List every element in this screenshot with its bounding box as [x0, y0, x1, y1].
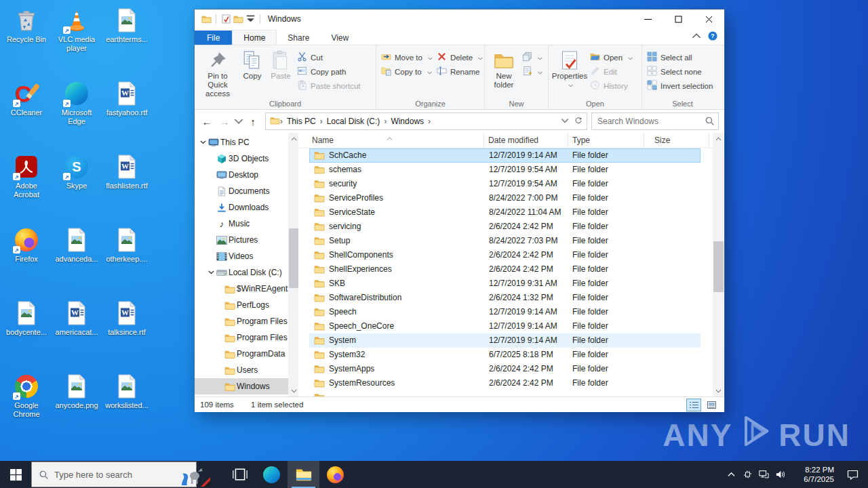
new-item-button[interactable] — [520, 64, 545, 79]
desktop-icon-otherkeep[interactable]: otherkeep.... — [102, 222, 152, 296]
up-button[interactable]: ↑ — [245, 113, 261, 129]
desktop-icon-adobe-acrobat[interactable]: Adobe Acrobat — [1, 149, 52, 222]
column-header-name[interactable]: Name — [298, 133, 484, 148]
rename-button[interactable]: Rename — [435, 64, 485, 79]
history-button[interactable]: History — [588, 79, 635, 93]
tab-home[interactable]: Home — [232, 30, 277, 45]
desktop-icon-bodycente[interactable]: bodycente... — [1, 296, 52, 369]
scroll-up-icon[interactable] — [288, 133, 298, 144]
breadcrumb-item-this-pc[interactable]: This PC — [283, 117, 320, 126]
paste-button[interactable]: Paste — [267, 47, 295, 81]
column-header-type[interactable]: Type — [568, 133, 644, 148]
explorer-search-input[interactable] — [592, 113, 718, 129]
qat-new-folder-button[interactable] — [232, 13, 244, 25]
sidebar-item-videos[interactable]: Videos — [195, 248, 298, 264]
breadcrumb-item-windows[interactable]: Windows — [387, 117, 428, 126]
network-icon[interactable] — [755, 461, 772, 488]
thumbnails-view-button[interactable] — [704, 399, 719, 411]
cut-button[interactable]: Cut — [295, 50, 363, 64]
recent-locations-button[interactable] — [234, 113, 243, 129]
desktop-icon-firefox[interactable]: Firefox — [1, 222, 52, 296]
table-row-schcache[interactable]: SchCache12/7/2019 9:14 AMFile folder — [298, 148, 713, 163]
refresh-icon[interactable] — [574, 117, 583, 127]
sidebar-item-3d-objects[interactable]: 3D Objects — [195, 150, 298, 167]
desktop-icon-vlc-media-player[interactable]: VLC media player — [52, 3, 102, 76]
close-button[interactable] — [694, 9, 724, 28]
expander-open-icon[interactable] — [207, 270, 215, 274]
list-scroll-thumb[interactable] — [713, 241, 724, 292]
details-view-button[interactable] — [686, 399, 701, 411]
desktop-icon-google-chrome[interactable]: Google Chrome — [1, 369, 52, 442]
taskbar-clock[interactable]: 8:22 PM 6/7/2025 — [792, 465, 834, 484]
list-scrollbar[interactable] — [713, 133, 724, 396]
taskbar-search-input[interactable] — [50, 469, 175, 481]
column-header-date-modified[interactable]: Date modified — [484, 133, 568, 148]
task-view-button[interactable] — [224, 461, 256, 488]
pin-to-quick-access-button[interactable]: Pin to Quick access — [197, 47, 238, 98]
table-row-serviceprofiles[interactable]: ServiceProfiles8/24/2022 7:00 PMFile fol… — [298, 191, 713, 205]
file-explorer-taskbar-button[interactable] — [288, 461, 319, 488]
firefox-taskbar-button[interactable] — [319, 461, 351, 488]
sidebar-item-winreagent[interactable]: $WinREAgent — [195, 281, 298, 297]
table-row-systemresources[interactable]: SystemResources2/6/2024 2:42 PMFile fold… — [298, 376, 713, 390]
qat-properties-button[interactable] — [220, 13, 232, 25]
nav-scrollbar[interactable] — [288, 133, 298, 396]
address-dropdown-icon[interactable] — [561, 117, 569, 127]
sidebar-item-this-pc[interactable]: This PC — [195, 134, 298, 150]
move-to-button[interactable]: path d="M1 2.6h5.2l1.4 1.9H15v8.3H1z" fi… — [379, 50, 435, 64]
desktop-icon-earthterms[interactable]: earthterms... — [102, 3, 152, 76]
back-button[interactable]: ← — [199, 113, 215, 129]
desktop-icon-workslisted[interactable]: workslisted... — [102, 369, 152, 442]
tab-view[interactable]: View — [320, 30, 359, 45]
sidebar-item-downloads[interactable]: Downloads — [195, 199, 298, 216]
properties-button[interactable]: Properties — [551, 47, 588, 89]
sidebar-item-program-files[interactable]: Program Files — [195, 329, 298, 346]
select-none-button[interactable]: Select none — [645, 64, 715, 79]
copy-button[interactable]: Copy — [238, 47, 267, 81]
table-row-security[interactable]: security12/7/2019 9:54 AMFile folder — [298, 177, 713, 191]
sidebar-item-pictures[interactable]: Pictures — [195, 232, 298, 248]
table-row-speech-onecore[interactable]: Speech_OneCore12/7/2019 9:14 AMFile fold… — [298, 319, 713, 333]
table-row-shellexperiences[interactable]: ShellExperiences2/6/2024 2:42 PMFile fol… — [298, 262, 713, 277]
desktop-icon-microsoft-edge[interactable]: Microsoft Edge — [52, 76, 102, 149]
table-row-systemapps[interactable]: SystemApps2/6/2024 2:42 PMFile folder — [298, 362, 713, 376]
select-all-button[interactable]: Select all — [645, 50, 715, 64]
delete-button[interactable]: Delete — [435, 50, 485, 64]
help-icon[interactable]: ? — [708, 31, 717, 43]
tab-file[interactable]: File — [195, 30, 232, 45]
table-row-schemas[interactable]: schemas12/7/2019 9:54 AMFile folder — [298, 163, 713, 177]
desktop-icon-ccleaner[interactable]: CCCleaner — [1, 76, 52, 149]
start-button[interactable] — [0, 461, 31, 488]
desktop-icon-advanceda[interactable]: advanceda... — [52, 222, 102, 296]
edit-button[interactable]: Edit — [588, 64, 635, 79]
new-folder-button[interactable]: New folder — [488, 47, 520, 89]
desktop-icon-recycle-bin[interactable]: Recycle Bin — [1, 3, 52, 76]
table-row-system32[interactable]: System326/7/2025 8:18 PMFile folder — [298, 348, 713, 362]
column-header-size[interactable]: Size — [644, 133, 709, 148]
action-center-icon[interactable] — [840, 461, 865, 488]
tray-expand-icon[interactable] — [723, 461, 739, 488]
collapse-ribbon-icon[interactable] — [692, 31, 701, 43]
sidebar-item-windows[interactable]: Windows — [195, 378, 298, 394]
table-row-skb[interactable]: SKB12/7/2019 9:31 AMFile folder — [298, 277, 713, 291]
tab-share[interactable]: Share — [277, 30, 320, 45]
desktop-icon-anycode-png[interactable]: anycode.png — [52, 369, 102, 442]
copy-path-button[interactable]: W... Copy path — [295, 64, 363, 79]
breadcrumb-item-local-disk-c[interactable]: Local Disk (C:) — [323, 117, 384, 126]
desktop-icon-fastyahoo-rtf[interactable]: Wfastyahoo.rtf — [102, 76, 152, 149]
table-row-servicestate[interactable]: ServiceState8/24/2022 11:04 AMFile folde… — [298, 205, 713, 220]
sidebar-item-desktop[interactable]: Desktop — [195, 167, 298, 183]
table-row-shellcomponents[interactable]: ShellComponents2/6/2024 2:42 PMFile fold… — [298, 248, 713, 262]
maximize-button[interactable] — [663, 9, 694, 28]
edge-taskbar-button[interactable] — [256, 461, 288, 488]
table-row-setup[interactable]: Setup8/24/2022 7:03 PMFile folder — [298, 234, 713, 248]
table-row-servicing[interactable]: servicing2/6/2024 2:42 PMFile folder — [298, 220, 713, 234]
minimize-button[interactable] — [633, 9, 663, 28]
sidebar-item-users[interactable]: Users — [195, 362, 298, 378]
scroll-down-icon[interactable] — [288, 385, 298, 396]
table-row-system[interactable]: System12/7/2019 9:14 AMFile folder — [298, 333, 713, 348]
table-row-partial[interactable] — [298, 390, 713, 396]
expander-open-icon[interactable] — [199, 140, 207, 144]
easy-access-button[interactable] — [520, 50, 545, 64]
copy-to-button[interactable]: Copy to — [379, 64, 435, 79]
